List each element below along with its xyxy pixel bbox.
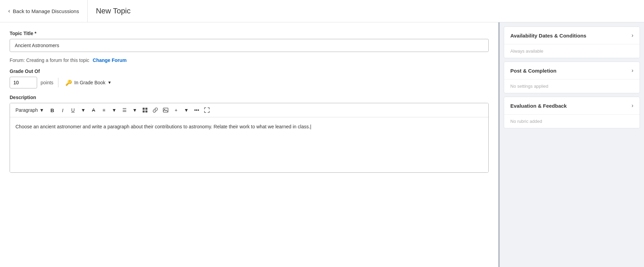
availability-expand-icon[interactable]: › [632, 32, 633, 39]
availability-card-header: Availability Dates & Conditions › [504, 27, 640, 44]
post-completion-subtitle: No settings applied [510, 84, 548, 89]
main-layout: Topic Title * Forum: Creating a forum fo… [0, 22, 644, 267]
availability-card: Availability Dates & Conditions › Always… [504, 26, 640, 58]
back-link-label: Back to Manage Discussions [13, 8, 79, 14]
description-label: Description [10, 95, 489, 100]
grade-row: points 🔑 In Grade Book ▼ [10, 77, 489, 88]
vertical-divider [58, 78, 58, 87]
availability-card-body: Always available [504, 44, 640, 58]
svg-rect-2 [143, 110, 145, 113]
left-content-area: Topic Title * Forum: Creating a forum fo… [0, 22, 500, 267]
paragraph-label: Paragraph [15, 107, 38, 113]
grade-section: Grade Out Of points 🔑 In Grade Book ▼ [10, 68, 489, 88]
topic-title-label: Topic Title * [10, 31, 489, 36]
change-forum-link[interactable]: Change Forum [93, 57, 127, 63]
grade-book-label: In Grade Book [74, 80, 105, 85]
evaluation-card-title: Evaluation & Feedback [510, 103, 567, 109]
bold-button[interactable]: B [47, 105, 57, 115]
post-completion-card-title: Post & Completion [510, 68, 556, 74]
post-completion-expand-icon[interactable]: › [632, 67, 633, 74]
svg-rect-3 [145, 110, 147, 113]
chevron-down-icon: ▼ [108, 80, 112, 85]
right-sidebar: Availability Dates & Conditions › Always… [500, 22, 644, 267]
grade-out-of-label: Grade Out Of [10, 68, 489, 74]
link-button[interactable] [151, 105, 160, 115]
image-button[interactable] [161, 105, 170, 115]
evaluation-card-header: Evaluation & Feedback › [504, 97, 640, 115]
more-button[interactable]: ••• [192, 105, 201, 115]
strikethrough-button[interactable]: A [89, 105, 98, 115]
evaluation-card-body: No rubric added [504, 115, 640, 128]
key-icon: 🔑 [65, 79, 72, 86]
embed-button[interactable] [140, 105, 150, 115]
add-chevron-button[interactable]: ▼ [181, 105, 191, 115]
evaluation-card: Evaluation & Feedback › No rubric added [504, 97, 640, 128]
add-button[interactable]: + [171, 105, 181, 115]
svg-rect-1 [145, 108, 147, 110]
editor-wrapper: Paragraph ▼ B I U ▼ A ≡ ▼ ☰ ▼ [10, 103, 489, 173]
description-text: Choose an ancient astronomer and write a… [15, 124, 310, 129]
description-section: Description Paragraph ▼ B I U ▼ A ≡ ▼ ☰ [10, 95, 489, 173]
header: ‹ Back to Manage Discussions New Topic [0, 0, 644, 22]
post-completion-card-body: No settings applied [504, 79, 640, 93]
topic-title-input[interactable] [10, 39, 489, 52]
align-button[interactable]: ≡ [99, 105, 109, 115]
back-chevron-icon: ‹ [8, 8, 10, 14]
forum-line: Forum: Creating a forum for this topic C… [10, 57, 489, 63]
evaluation-subtitle: No rubric added [510, 119, 542, 124]
availability-card-title: Availability Dates & Conditions [510, 33, 586, 39]
svg-rect-0 [143, 108, 145, 110]
paragraph-chevron-icon: ▼ [39, 107, 44, 113]
back-to-manage-discussions-link[interactable]: ‹ Back to Manage Discussions [0, 0, 88, 22]
page-title: New Topic [88, 7, 139, 15]
editor-toolbar: Paragraph ▼ B I U ▼ A ≡ ▼ ☰ ▼ [10, 103, 488, 117]
fullscreen-button[interactable] [202, 105, 212, 115]
editor-body[interactable]: Choose an ancient astronomer and write a… [10, 117, 488, 172]
grade-input[interactable] [10, 77, 37, 88]
list-button[interactable]: ☰ [120, 105, 129, 115]
forum-text: Forum: Creating a forum for this topic [10, 57, 89, 63]
paragraph-style-button[interactable]: Paragraph ▼ [13, 106, 47, 114]
italic-button[interactable]: I [58, 105, 67, 115]
availability-subtitle: Always available [510, 49, 543, 54]
grade-unit-label: points [41, 80, 53, 85]
post-completion-card-header: Post & Completion › [504, 62, 640, 79]
in-grade-book-button[interactable]: 🔑 In Grade Book ▼ [63, 78, 113, 87]
underline-chevron-button[interactable]: ▼ [78, 105, 88, 115]
post-completion-card: Post & Completion › No settings applied [504, 62, 640, 93]
align-chevron-button[interactable]: ▼ [109, 105, 119, 115]
underline-button[interactable]: U [68, 105, 78, 115]
evaluation-expand-icon[interactable]: › [632, 103, 633, 109]
list-chevron-button[interactable]: ▼ [130, 105, 140, 115]
